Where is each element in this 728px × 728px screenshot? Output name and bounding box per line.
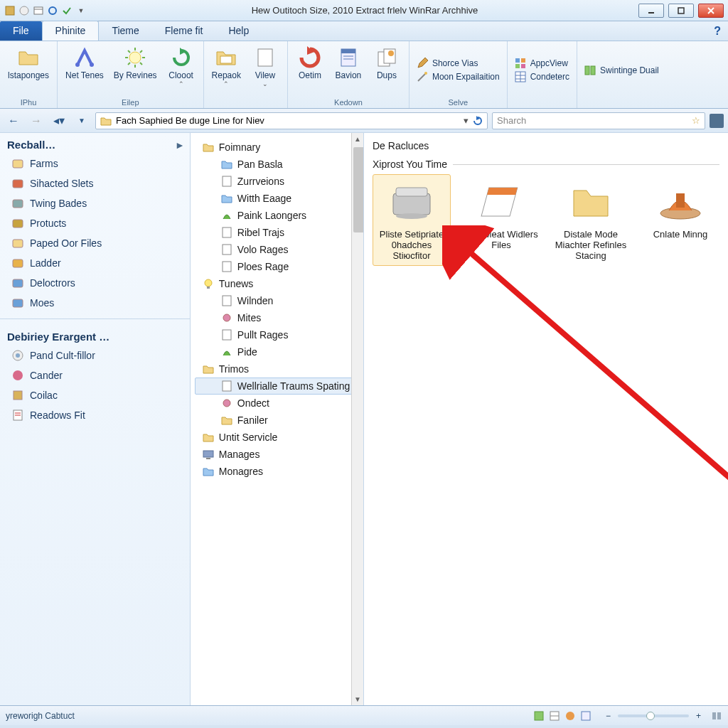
scrollbar[interactable]: ▲ ▼ [351,133,363,705]
zoom-out-button[interactable]: − [606,711,611,721]
tab-phinite[interactable]: Phinite [42,21,100,41]
tree-item[interactable]: Paink Laongers [195,207,363,224]
qat-icon-2[interactable] [33,5,44,16]
tree-item[interactable]: Pullt Rages [195,326,363,343]
star-icon[interactable]: ☆ [692,115,700,126]
ribbon-net-tenes[interactable]: Net Tenes [60,43,109,97]
forward-button[interactable]: → [27,112,46,129]
zoom-slider[interactable] [618,714,689,717]
tab-file[interactable]: File [0,21,42,41]
tree-item[interactable]: Ondect [195,395,363,412]
tree-item[interactable]: Trimos [195,360,363,378]
tree-item[interactable]: Ribel Trajs [195,224,363,241]
tree-item[interactable]: Zurrveions [195,173,363,190]
window-menu-icon[interactable] [4,5,16,16]
ribbon-condeterc[interactable]: Condeterc [515,71,569,82]
sidebar-item[interactable]: Protucts [0,213,190,233]
ribbon-bavion[interactable]: Bavion [329,43,368,97]
ribbon-shorce-vias[interactable]: Shorce Vias [417,58,500,69]
ribbon-label: Vilew [255,70,275,80]
qat-icon-4[interactable] [61,5,73,16]
tree-item[interactable]: Witth Eaage [195,190,363,207]
scroll-up-icon[interactable]: ▲ [352,133,363,145]
content-item[interactable]: Cnlate Minng [641,174,719,245]
tree-item[interactable]: Manages [195,446,363,463]
ribbon-dups[interactable]: Dups [368,43,406,97]
tree-item[interactable]: Ploes Rage [195,258,363,275]
tree-item-icon [220,260,233,273]
ribbon-moon-expailaition[interactable]: Moon Expailaition [417,71,500,82]
ribbon-clooot[interactable]: Clooot ⌃ [162,43,200,97]
tree-item[interactable]: Volo Rages [195,241,363,258]
sidebar-item[interactable]: Ladder [0,253,190,273]
address-dropdown-icon[interactable]: ▾ [464,115,469,126]
minimize-button[interactable] [638,4,664,18]
content-item[interactable]: Distale Mode Miachter Refinles Stacing [552,174,630,266]
qat-icon-3[interactable] [47,5,58,16]
tree-item[interactable]: Faniler [195,412,363,429]
tab-tieme[interactable]: Tieme [99,21,151,41]
qat-dropdown-icon[interactable]: ▼ [75,5,87,16]
window-title: Hew Outitoch Size, 2010 Extract frlelv W… [91,5,638,16]
ribbon-by-revines[interactable]: By Revines [109,43,162,97]
sidebar-item[interactable]: Deloctrors [0,273,190,293]
ribbon-istaponges[interactable]: lstaponges [3,43,54,97]
sidebar-item[interactable]: Sihacted Slets [0,173,190,193]
status-icon-5[interactable] [711,710,722,722]
ribbon-swintinge-duail[interactable]: Swintinge Duail [584,65,659,76]
sidebar-item[interactable]: Cander [0,365,190,385]
tree-item[interactable]: Tunews [195,275,363,292]
status-icon-3[interactable] [564,710,576,722]
scroll-thumb[interactable] [353,147,364,232]
qat-icon-1[interactable] [18,5,30,16]
content-item[interactable]: Mail Meat Widlers Files [462,174,540,255]
divider [453,164,719,165]
status-icon-1[interactable] [533,710,545,722]
tree-item[interactable]: Monagres [195,463,363,480]
content-item[interactable]: Pliste Setipriate 0hadches Stiюcfitor [373,174,451,266]
sidebar-item[interactable]: Paped Oor Files [0,233,190,253]
close-button[interactable] [698,4,724,18]
sidebar-item[interactable]: Farms [0,154,190,173]
zoom-knob[interactable] [646,712,655,720]
svg-rect-44 [13,160,23,168]
back-button[interactable]: ← [4,112,23,129]
tree-item-icon [220,226,233,239]
tree-item[interactable]: Wilnden [195,292,363,309]
sidebar-item[interactable]: Moes [0,293,190,313]
favorites-heading-1[interactable]: Recball… ▸ [0,133,190,154]
ribbon-appcview[interactable]: AppcView [515,58,569,69]
tab-help[interactable]: Help [215,21,262,41]
tree-item[interactable]: Wellrialle Traums Spating [195,378,363,395]
ribbon-oetim[interactable]: Oetim [291,43,329,97]
scroll-down-icon[interactable]: ▼ [352,693,363,705]
tree-item[interactable]: Mites [195,309,363,326]
history-button[interactable]: ◂▾ [50,112,68,129]
tree-item-label: Paink Laongers [237,210,306,221]
tree-item[interactable]: Pan Basla [195,156,363,173]
ribbon-repaok[interactable]: Repaok ⌃ [207,43,246,97]
pane-toggle-button[interactable] [710,114,724,128]
sidebar-item[interactable]: Twing Bades [0,193,190,213]
tree-item-label: Tunews [219,278,254,289]
favorites-heading-2[interactable]: Debiriey Erargent … [0,325,190,346]
up-button[interactable]: ▼ [73,112,91,129]
tree-item[interactable]: Pide [195,343,363,360]
sidebar-item-icon [11,409,24,422]
sidebar-item[interactable]: Pand Cult-fillor [0,346,190,365]
status-icon-4[interactable] [580,710,592,722]
search-input[interactable]: Sharch ☆ [492,112,705,129]
status-icon-2[interactable] [549,710,560,722]
sidebar-item[interactable]: Coilac [0,385,190,405]
refresh-icon[interactable] [473,116,483,126]
address-bar[interactable]: Fach Saphied Be duge Line for Niev ▾ [95,112,488,129]
ribbon-vilew[interactable]: Vilew ⌄ [246,43,284,97]
maximize-button[interactable] [668,4,694,18]
sidebar-item[interactable]: Readows Fit [0,405,190,425]
tree-item-icon [220,380,233,392]
zoom-in-button[interactable]: + [696,711,701,721]
tree-item[interactable]: Untit Servicle [195,429,363,446]
tree-item[interactable]: Foimnary [195,139,363,156]
tab-fleme-fit[interactable]: Fleme fit [152,21,216,41]
help-icon[interactable]: ? [714,25,721,41]
